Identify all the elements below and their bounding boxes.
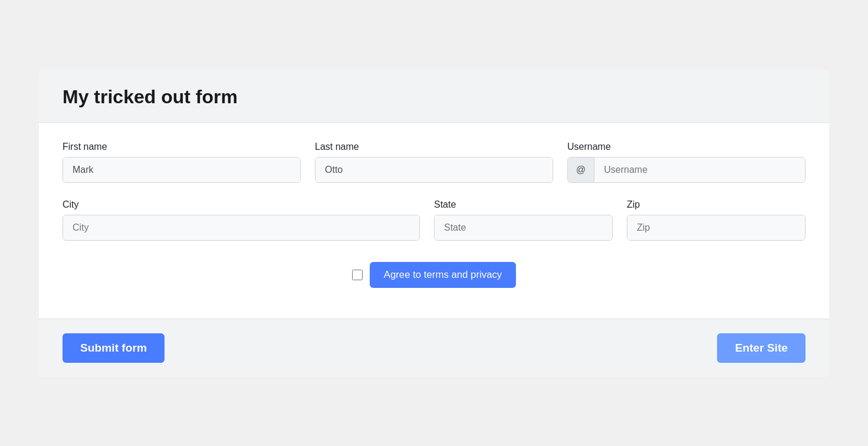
zip-group: Zip [627, 199, 805, 241]
last-name-group: Last name [315, 142, 553, 183]
zip-input-wrapper [627, 215, 805, 241]
username-input-wrapper: @ [567, 157, 805, 183]
last-name-label: Last name [315, 142, 553, 152]
city-input[interactable] [63, 215, 419, 240]
username-input[interactable] [594, 158, 805, 182]
state-input[interactable] [435, 215, 612, 240]
submit-button[interactable]: Submit form [63, 333, 165, 363]
state-input-wrapper [434, 215, 613, 241]
state-group: State [434, 199, 613, 241]
city-label: City [63, 199, 420, 210]
zip-label: Zip [627, 199, 805, 210]
city-group: City [63, 199, 420, 241]
form-title: My tricked out form [63, 86, 805, 108]
first-name-label: First name [63, 142, 301, 152]
form-body: First name Last name Username @ [39, 123, 829, 319]
row-name: First name Last name Username @ [63, 142, 805, 183]
state-label: State [434, 199, 613, 210]
row-address: City State Zip [63, 199, 805, 241]
city-input-wrapper [63, 215, 420, 241]
enter-site-button[interactable]: Enter Site [717, 333, 805, 363]
first-name-input[interactable] [63, 158, 300, 182]
zip-input[interactable] [627, 215, 805, 240]
terms-button[interactable]: Agree to terms and privacy [370, 262, 517, 288]
last-name-input[interactable] [315, 158, 553, 182]
terms-row: Agree to terms and privacy [63, 257, 805, 300]
form-card: My tricked out form First name Last name… [39, 70, 829, 377]
form-footer: Submit form Enter Site [39, 319, 829, 377]
username-group: Username @ [567, 142, 805, 183]
first-name-input-wrapper [63, 157, 301, 183]
first-name-group: First name [63, 142, 301, 183]
username-addon: @ [568, 158, 594, 182]
terms-checkbox[interactable] [352, 270, 363, 280]
form-header: My tricked out form [39, 70, 829, 123]
username-label: Username [567, 142, 805, 152]
last-name-input-wrapper [315, 157, 553, 183]
